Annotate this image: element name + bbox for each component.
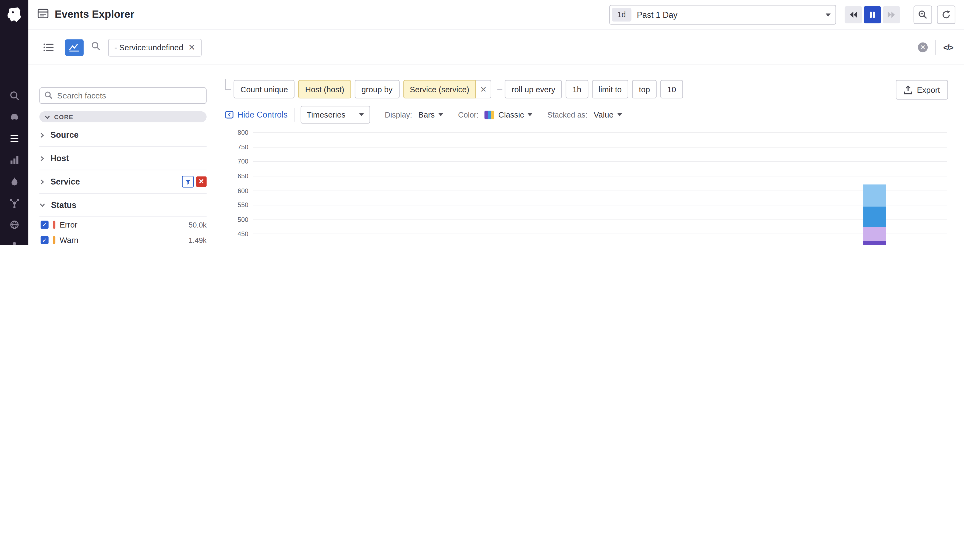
hide-controls-link[interactable]: Hide Controls bbox=[225, 110, 288, 119]
bar-segment-ad-server[interactable] bbox=[863, 184, 886, 206]
y-axis-tick-label: 450 bbox=[238, 230, 248, 238]
remove-filter-icon[interactable]: ✕ bbox=[188, 43, 195, 52]
export-label: Export bbox=[917, 85, 940, 94]
export-button[interactable]: Export bbox=[896, 80, 948, 99]
zoom-out-button[interactable] bbox=[914, 6, 932, 24]
time-range-picker[interactable]: 1d Past 1 Day bbox=[609, 5, 836, 24]
chevron-down-icon bbox=[617, 113, 622, 116]
facet-value-warn[interactable]: ✓Warn1.49k bbox=[39, 233, 207, 245]
status-color-icon bbox=[53, 221, 55, 229]
query-segment-limit-to[interactable]: limit to bbox=[592, 80, 628, 98]
facet-remove-icon[interactable]: ✕ bbox=[196, 176, 207, 187]
events-icon[interactable] bbox=[8, 133, 20, 144]
bar-segment-chaos-engineering[interactable] bbox=[863, 226, 886, 241]
facet-search-input[interactable] bbox=[39, 88, 207, 104]
y-axis-tick-label: 750 bbox=[238, 143, 248, 150]
refresh-button[interactable] bbox=[937, 6, 956, 24]
palette-swatch-icon bbox=[485, 110, 495, 119]
chevron-down-icon bbox=[438, 113, 443, 116]
content-area: CORESourceHostService✕Status✓Error50.0k✓… bbox=[28, 65, 964, 245]
gridline bbox=[253, 161, 947, 162]
stacked-as-label: Stacked as: bbox=[547, 110, 588, 119]
chart-section: Count uniqueHost (host)group byService (… bbox=[215, 65, 964, 245]
y-axis-tick-label: 550 bbox=[238, 201, 248, 208]
facet-search bbox=[39, 88, 207, 104]
chevron-down-icon bbox=[359, 113, 364, 116]
facet-value-label: Warn bbox=[60, 235, 78, 244]
synthetics-icon[interactable] bbox=[8, 219, 20, 230]
y-axis-tick-label: 600 bbox=[238, 187, 248, 194]
color-select[interactable]: Classic bbox=[485, 110, 532, 119]
chevron-right-icon bbox=[39, 179, 45, 185]
service-map-icon[interactable] bbox=[8, 197, 20, 208]
y-axis-tick-label: 650 bbox=[238, 172, 248, 179]
query-connector-dash bbox=[498, 89, 502, 89]
query-segment-group-by[interactable]: group by bbox=[355, 80, 399, 98]
rum-icon[interactable] bbox=[8, 241, 20, 245]
gridline bbox=[253, 219, 947, 220]
search-bar-right: ✕ </> bbox=[918, 40, 953, 55]
chevron-down-icon bbox=[44, 114, 50, 120]
facet-value-error[interactable]: ✓Error50.0k bbox=[39, 217, 207, 233]
facet-source[interactable]: Source bbox=[39, 124, 207, 147]
datadog-logo-icon[interactable] bbox=[4, 5, 24, 24]
watchdog-icon[interactable] bbox=[8, 111, 20, 122]
stacked-as-value: Value bbox=[594, 110, 614, 119]
divider bbox=[935, 40, 936, 55]
facet-value-label: Error bbox=[60, 220, 77, 229]
chart-view-toggle[interactable] bbox=[65, 39, 84, 56]
y-axis-tick-label: 700 bbox=[238, 158, 248, 165]
color-label: Color: bbox=[458, 110, 479, 119]
chevron-down-icon bbox=[826, 13, 830, 16]
facet-label: Status bbox=[51, 200, 77, 210]
query-filter-pill[interactable]: - Service:undefined ✕ bbox=[108, 39, 202, 56]
checkbox-checked[interactable]: ✓ bbox=[41, 236, 49, 244]
divider bbox=[294, 108, 294, 121]
viz-type-select[interactable]: Timeseries bbox=[300, 106, 370, 124]
query-segment-top[interactable]: top bbox=[632, 80, 657, 98]
y-axis-tick-label: 800 bbox=[238, 129, 248, 136]
chevron-right-icon bbox=[39, 132, 45, 138]
facet-filter-icon[interactable] bbox=[182, 176, 194, 187]
gridline bbox=[253, 205, 947, 205]
search-bar: - Service:undefined ✕ ✕ </> bbox=[28, 30, 964, 65]
viz-type-value: Timeseries bbox=[307, 110, 345, 119]
bar-segment-corp-site[interactable] bbox=[863, 241, 886, 245]
code-view-icon[interactable]: </> bbox=[943, 43, 953, 52]
bar-segment-auth-dotnet[interactable] bbox=[863, 206, 886, 227]
list-view-toggle[interactable] bbox=[39, 39, 58, 56]
time-range-label: Past 1 Day bbox=[637, 10, 677, 20]
facet-status[interactable]: Status bbox=[39, 194, 207, 217]
search-icon bbox=[44, 91, 53, 102]
query-segment-10[interactable]: 10 bbox=[660, 80, 683, 98]
gridline bbox=[253, 234, 947, 234]
skip-forward-button[interactable] bbox=[883, 6, 900, 23]
query-builder-row: Count uniqueHost (host)group byService (… bbox=[225, 80, 948, 99]
apm-icon[interactable] bbox=[8, 176, 20, 187]
skip-back-button[interactable] bbox=[845, 6, 862, 23]
remove-group-by-icon[interactable]: ✕ bbox=[476, 80, 492, 98]
facet-panel: CORESourceHostService✕Status✓Error50.0k✓… bbox=[28, 65, 215, 245]
query-segment-roll-up-every[interactable]: roll up every bbox=[505, 80, 562, 98]
gridline bbox=[253, 190, 947, 191]
facet-service[interactable]: Service✕ bbox=[39, 170, 207, 194]
query-segment-host-host-[interactable]: Host (host) bbox=[298, 80, 351, 98]
stacked-as-select[interactable]: Value bbox=[594, 110, 622, 119]
clear-search-icon[interactable]: ✕ bbox=[918, 42, 928, 52]
search-icon[interactable] bbox=[8, 90, 20, 101]
query-connector bbox=[225, 79, 231, 90]
query-segment-count-unique[interactable]: Count unique bbox=[234, 80, 295, 98]
color-value: Classic bbox=[498, 110, 524, 119]
facet-host[interactable]: Host bbox=[39, 147, 207, 170]
time-controls: 1d Past 1 Day bbox=[609, 5, 956, 24]
query-filter-text: - Service:undefined bbox=[114, 43, 183, 52]
facet-group-core[interactable]: CORE bbox=[39, 111, 207, 122]
query-segment-1h[interactable]: 1h bbox=[566, 80, 588, 98]
checkbox-checked[interactable]: ✓ bbox=[41, 221, 49, 229]
metrics-icon[interactable] bbox=[8, 155, 20, 165]
pause-button[interactable] bbox=[864, 6, 881, 23]
time-range-badge: 1d bbox=[612, 8, 631, 21]
app-window: ? Events Explorer 1d Past 1 Day bbox=[0, 0, 964, 245]
query-segment-service-service-[interactable]: Service (service) bbox=[403, 80, 476, 98]
display-select[interactable]: Bars bbox=[418, 110, 443, 119]
